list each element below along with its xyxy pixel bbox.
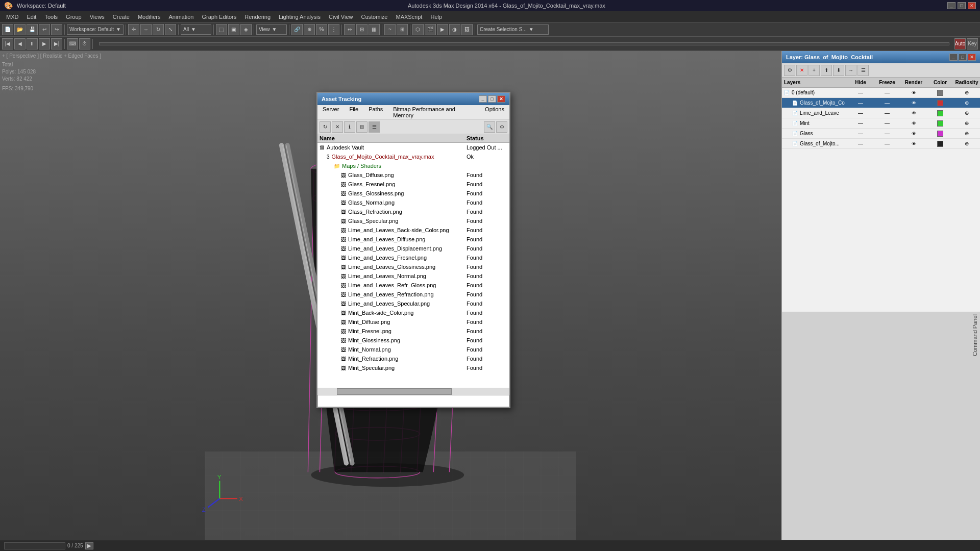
- layers-close-button[interactable]: ✕: [968, 54, 976, 61]
- curve-editor-button[interactable]: ~: [384, 24, 396, 35]
- view-dropdown[interactable]: View ▼: [256, 24, 287, 35]
- select-button[interactable]: ✛: [128, 24, 139, 35]
- menu-tools[interactable]: Tools: [40, 13, 62, 21]
- selection-dropdown[interactable]: Create Selection S... ▼: [477, 24, 549, 35]
- asset-scrollbar[interactable]: [317, 388, 509, 395]
- redo-button[interactable]: ↪: [51, 24, 62, 35]
- open-button[interactable]: 📂: [14, 24, 26, 35]
- layer-hide-col[interactable]: —: [847, 141, 874, 146]
- layer-radiosity-col[interactable]: ⊕: [953, 100, 980, 106]
- layer-freeze-col[interactable]: —: [874, 110, 900, 116]
- asset-menu-options[interactable]: Options: [480, 105, 509, 119]
- menu-edit[interactable]: Edit: [22, 13, 40, 21]
- asset-tree-row[interactable]: 🖼 Lime_and_Leaves_Fresnel.png Found: [317, 253, 509, 262]
- scale-button[interactable]: ⤡: [165, 24, 176, 35]
- layers-move-down-button[interactable]: ⬇: [833, 65, 844, 76]
- workspace-dropdown[interactable]: Workspace: Default ▼: [67, 24, 124, 35]
- asset-tree-row[interactable]: 🖼 Glass_Specular.png Found: [317, 216, 509, 226]
- layer-hide-col[interactable]: —: [847, 110, 874, 116]
- layer-color-swatch[interactable]: [937, 110, 943, 116]
- layer-color-col[interactable]: [927, 110, 953, 116]
- layer-hide-col[interactable]: —: [847, 120, 874, 126]
- asset-tree-row[interactable]: 🖼 Mint_Normal.png Found: [317, 345, 509, 354]
- next-frame-button[interactable]: ▶: [39, 38, 50, 49]
- asset-tree-row[interactable]: 📁 Maps / Shaders: [317, 161, 509, 170]
- layer-hide-col[interactable]: —: [847, 131, 874, 136]
- layer-radiosity-col[interactable]: ⊕: [953, 90, 980, 95]
- asset-search-button[interactable]: 🔍: [484, 121, 495, 133]
- layer-freeze-col[interactable]: —: [874, 141, 900, 146]
- layers-list[interactable]: 📄 0 (default) — — 👁 ⊕ 📄 Glass_of_M: [782, 88, 980, 312]
- asset-menu-paths[interactable]: Paths: [363, 105, 388, 119]
- menu-maxscript[interactable]: MAXScript: [391, 13, 426, 21]
- layer-render-col[interactable]: 👁: [900, 141, 927, 146]
- layer-row[interactable]: 📄 Mint — — 👁 ⊕: [782, 118, 980, 129]
- activeshade-button[interactable]: ◑: [449, 24, 460, 35]
- menu-help[interactable]: Help: [426, 13, 446, 21]
- asset-tree-row[interactable]: 🖼 Glass_Normal.png Found: [317, 198, 509, 207]
- layers-maximize-button[interactable]: □: [959, 54, 967, 61]
- layer-freeze-col[interactable]: —: [874, 90, 900, 95]
- prev-frame-button[interactable]: ◀: [14, 38, 26, 49]
- layer-color-col[interactable]: [927, 90, 953, 96]
- asset-tree-row[interactable]: 🖼 Lime_and_Leaves_Refr_Gloss.png Found: [317, 281, 509, 290]
- menu-group[interactable]: Group: [62, 13, 86, 21]
- menu-mxd[interactable]: MXD: [2, 13, 22, 21]
- snap-button[interactable]: 🔗: [291, 24, 303, 35]
- layer-freeze-col[interactable]: —: [874, 120, 900, 126]
- align-button[interactable]: ⊟: [356, 24, 368, 35]
- asset-menu-bitmap[interactable]: Bitmap Performance and Memory: [388, 105, 480, 119]
- menu-animation[interactable]: Animation: [165, 13, 198, 21]
- layer-radiosity-col[interactable]: ⊕: [953, 110, 980, 116]
- asset-tree-row[interactable]: 🖼 Glass_Glossiness.png Found: [317, 189, 509, 198]
- layer-row[interactable]: 📄 Glass — — 👁 ⊕: [782, 129, 980, 139]
- auto-key-button[interactable]: Auto: [954, 38, 966, 49]
- asset-path-input[interactable]: [317, 395, 509, 407]
- menu-graph-editors[interactable]: Graph Editors: [198, 13, 240, 21]
- asset-dialog-minimize[interactable]: _: [479, 95, 487, 103]
- material-editor-button[interactable]: ⬡: [412, 24, 424, 35]
- asset-tree-row[interactable]: 🖼 Mint_Fresnel.png Found: [317, 327, 509, 336]
- menu-modifiers[interactable]: Modifiers: [134, 13, 165, 21]
- rotate-button[interactable]: ↻: [153, 24, 164, 35]
- percent-snap-button[interactable]: %: [316, 24, 327, 35]
- undo-button[interactable]: ↩: [39, 24, 50, 35]
- asset-tree-row[interactable]: 🖼 Lime_and_Leaves_Normal.png Found: [317, 271, 509, 281]
- layer-render-col[interactable]: 👁: [900, 121, 927, 126]
- layer-radiosity-col[interactable]: ⊕: [953, 141, 980, 146]
- asset-tree-row[interactable]: 🖼 Lime_and_Leaves_Specular.png Found: [317, 299, 509, 308]
- layer-radiosity-col[interactable]: ⊕: [953, 131, 980, 136]
- menu-rendering[interactable]: Rendering: [240, 13, 275, 21]
- layer-render-col[interactable]: 👁: [900, 101, 927, 106]
- minimize-button[interactable]: _: [947, 2, 955, 9]
- layer-row[interactable]: 📄 Lime_and_Leave — — 👁 ⊕: [782, 108, 980, 118]
- time-config-button[interactable]: ⏱: [79, 38, 90, 49]
- layer-render-col[interactable]: 👁: [900, 111, 927, 116]
- layers-move-to-button[interactable]: →: [845, 65, 856, 76]
- layer-hide-col[interactable]: —: [847, 90, 874, 95]
- menu-views[interactable]: Views: [86, 13, 109, 21]
- key-mode-button[interactable]: ⌨: [67, 38, 78, 49]
- layer-radiosity-col[interactable]: ⊕: [953, 120, 980, 126]
- renderframe-button[interactable]: 🖼: [461, 24, 473, 35]
- asset-tree-row[interactable]: 🖼 Lime_and_Leaves_Back-side_Color.png Fo…: [317, 226, 509, 235]
- asset-info-button[interactable]: ℹ: [344, 121, 355, 133]
- schematic-button[interactable]: ⊞: [397, 24, 408, 35]
- layer-row[interactable]: 📄 Glass_of_Mojto... — — 👁 ⊕: [782, 139, 980, 149]
- play-button[interactable]: |◀: [2, 38, 13, 49]
- asset-tree-row[interactable]: 🖼 Lime_and_Leaves_Refraction.png Found: [317, 290, 509, 299]
- close-button[interactable]: ✕: [968, 2, 976, 9]
- viewport[interactable]: + [ Perspective ] [ Realistic + Edged Fa…: [0, 51, 781, 540]
- render-setup-button[interactable]: 🎬: [425, 24, 436, 35]
- set-key-button[interactable]: Key: [967, 38, 978, 49]
- layers-minimize-button[interactable]: _: [949, 54, 958, 61]
- render-button[interactable]: ▶: [437, 24, 448, 35]
- layers-move-up-button[interactable]: ⬆: [821, 65, 832, 76]
- asset-tree-row[interactable]: 🏛 Autodesk Vault Logged Out ...: [317, 143, 509, 152]
- layers-select-button[interactable]: ☰: [857, 65, 869, 76]
- all-dropdown[interactable]: All ▼: [181, 24, 211, 35]
- layer-color-col[interactable]: [927, 131, 953, 137]
- asset-tree-row[interactable]: 🖼 Lime_and_Leaves_Glossiness.png Found: [317, 262, 509, 271]
- layers-settings-button[interactable]: ⚙: [784, 65, 795, 76]
- menu-lighting[interactable]: Lighting Analysis: [275, 13, 325, 21]
